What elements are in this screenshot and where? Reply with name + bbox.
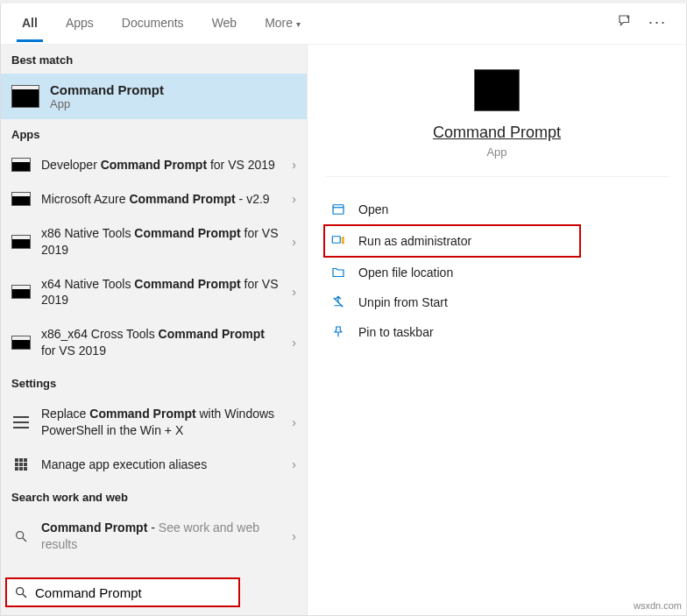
command-prompt-icon: [11, 285, 31, 299]
command-prompt-icon: [11, 192, 31, 206]
chevron-right-icon: ›: [292, 192, 296, 206]
command-prompt-icon: [11, 235, 31, 249]
command-prompt-icon: [11, 336, 31, 350]
unpin-icon: [330, 294, 346, 310]
chevron-right-icon: ›: [292, 457, 296, 471]
search-input-container[interactable]: [5, 577, 240, 607]
svg-rect-4: [332, 237, 340, 244]
svg-point-6: [17, 588, 24, 595]
preview-sub: App: [325, 145, 669, 159]
preview-title[interactable]: Command Prompt: [325, 124, 669, 142]
best-match-title: Command Prompt: [50, 82, 164, 97]
section-search-ww: Search work and web: [1, 482, 307, 511]
section-best-match: Best match: [1, 45, 307, 74]
tab-documents[interactable]: Documents: [108, 4, 198, 41]
search-icon: [14, 585, 28, 599]
settings-result[interactable]: Replace Command Prompt with Windows Powe…: [1, 397, 307, 448]
svg-line-2: [23, 538, 26, 542]
grid-icon: [15, 458, 27, 471]
chevron-right-icon: ›: [292, 235, 296, 249]
web-result[interactable]: Command Prompt - See work and web result…: [1, 511, 307, 562]
command-prompt-icon: [11, 158, 31, 172]
watermark: wsxdn.com: [634, 600, 682, 611]
chevron-right-icon: ›: [292, 285, 296, 299]
chevron-right-icon: ›: [292, 158, 296, 172]
open-icon: [330, 202, 346, 217]
window-icon: [13, 416, 29, 428]
pin-icon: [330, 324, 346, 340]
chevron-down-icon: ▾: [296, 19, 301, 29]
folder-icon: [330, 265, 346, 280]
action-unpin-start[interactable]: Unpin from Start: [325, 287, 669, 317]
best-match-item[interactable]: Command Prompt App: [1, 74, 307, 119]
tab-more[interactable]: More▾: [251, 4, 315, 41]
chevron-right-icon: ›: [292, 529, 296, 543]
search-results-panel: Best match Command Prompt App Apps Devel…: [1, 45, 308, 615]
svg-point-1: [17, 531, 24, 538]
command-prompt-icon: [11, 85, 39, 108]
shield-icon: [330, 233, 346, 249]
best-match-sub: App: [50, 97, 164, 110]
feedback-icon[interactable]: [617, 13, 633, 32]
app-result[interactable]: x64 Native Tools Command Prompt for VS 2…: [1, 267, 307, 318]
app-result[interactable]: x86_x64 Cross Tools Command Prompt for V…: [1, 317, 307, 368]
action-open[interactable]: Open: [325, 195, 669, 224]
section-settings: Settings: [1, 368, 307, 397]
action-pin-taskbar[interactable]: Pin to taskbar: [325, 317, 669, 347]
command-prompt-icon: [474, 69, 520, 111]
search-input[interactable]: [35, 585, 231, 600]
app-result[interactable]: x86 Native Tools Command Prompt for VS 2…: [1, 216, 307, 267]
more-options-icon[interactable]: ···: [648, 13, 667, 32]
action-run-admin[interactable]: Run as administrator: [323, 224, 581, 258]
chevron-right-icon: ›: [292, 415, 296, 429]
app-result[interactable]: Microsoft Azure Command Prompt - v2.9 ›: [1, 182, 307, 216]
preview-panel: Command Prompt App Open Run as administr…: [308, 45, 686, 615]
svg-rect-3: [333, 205, 344, 215]
tab-apps[interactable]: Apps: [52, 4, 108, 41]
tab-web[interactable]: Web: [198, 4, 251, 41]
action-open-location[interactable]: Open file location: [325, 258, 669, 287]
chevron-right-icon: ›: [292, 336, 296, 350]
app-result[interactable]: Developer Command Prompt for VS 2019 ›: [1, 148, 307, 182]
search-icon: [14, 529, 28, 543]
tab-all[interactable]: All: [8, 4, 52, 41]
svg-line-7: [23, 594, 26, 598]
search-filter-tabs: All Apps Documents Web More▾ ···: [1, 1, 686, 45]
settings-result[interactable]: Manage app execution aliases ›: [1, 448, 307, 482]
svg-point-0: [627, 16, 629, 18]
section-apps: Apps: [1, 119, 307, 148]
